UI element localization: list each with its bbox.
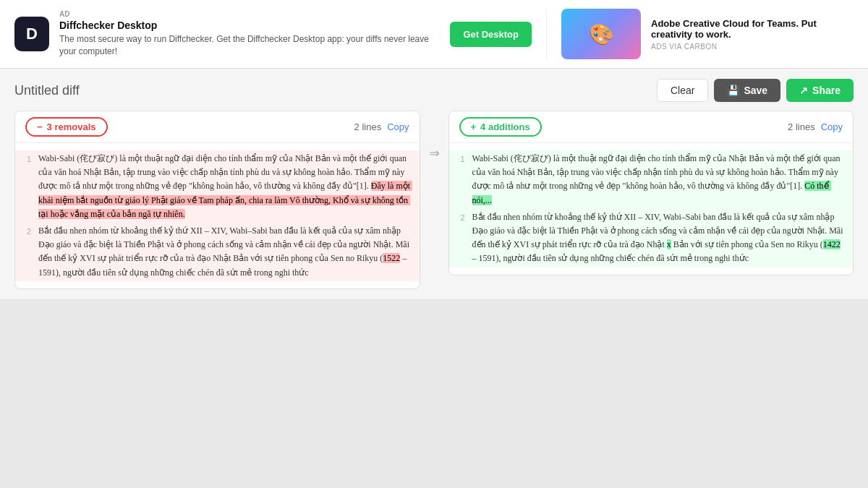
ad-badge: AD bbox=[59, 10, 440, 18]
right-line-number-1: 1 bbox=[449, 150, 469, 167]
right-line-number-2: 2 bbox=[449, 209, 469, 226]
share-button[interactable]: ↗ Share bbox=[786, 79, 854, 102]
right-diff-content: 1 Wabi-Sabi (侘び寂び) là một thuật ngữ đại … bbox=[449, 143, 854, 275]
arrow-right-icon: ⇒ bbox=[429, 145, 440, 161]
ad-right-title: Adobe Creative Cloud for Teams. Put crea… bbox=[651, 18, 854, 40]
ad-image: 🎨 bbox=[561, 9, 641, 59]
ad-bar: D AD Diffchecker Desktop The most secure… bbox=[0, 0, 868, 69]
left-line-1: 1 Wabi-Sabi (侘び寂び) là một thuật ngữ đại … bbox=[15, 150, 420, 223]
right-diff-panel: + 4 additions 2 lines Copy 1 Wabi-Sabi (… bbox=[448, 111, 854, 275]
ad-right: 🎨 Adobe Creative Cloud for Teams. Put cr… bbox=[546, 9, 854, 59]
removals-badge: − 3 removals bbox=[25, 117, 108, 137]
diffchecker-logo: D bbox=[14, 17, 49, 51]
save-button[interactable]: 💾 Save bbox=[714, 79, 780, 102]
left-line-2: 2 Bắt đầu nhen nhóm từ khoảng thế kỷ thứ… bbox=[15, 223, 420, 281]
ad-left: D AD Diffchecker Desktop The most secure… bbox=[14, 10, 532, 58]
right-line-2: 2 Bắt đầu nhen nhóm từ khoảng thế kỷ thứ… bbox=[449, 209, 854, 267]
right-line-2-content: Bắt đầu nhen nhóm từ khoảng thế kỷ thứ X… bbox=[469, 209, 854, 267]
get-desktop-button[interactable]: Get Desktop bbox=[450, 22, 532, 47]
clear-button[interactable]: Clear bbox=[657, 79, 708, 102]
save-icon: 💾 bbox=[727, 85, 739, 96]
left-copy-button[interactable]: Copy bbox=[387, 121, 409, 132]
main-area: Untitled diff Clear 💾 Save ↗ Share − 3 r… bbox=[0, 69, 868, 299]
right-line-1: 1 Wabi-Sabi (侘び寂び) là một thuật ngữ đại … bbox=[449, 150, 854, 209]
ad-right-text: Adobe Creative Cloud for Teams. Put crea… bbox=[651, 18, 854, 51]
toolbar-buttons: Clear 💾 Save ↗ Share bbox=[657, 79, 854, 102]
left-diff-panel: − 3 removals 2 lines Copy 1 Wabi-Sabi (侘… bbox=[14, 111, 420, 289]
minus-icon: − bbox=[37, 121, 43, 132]
toolbar: Untitled diff Clear 💾 Save ↗ Share bbox=[14, 79, 854, 102]
right-panel-header: + 4 additions 2 lines Copy bbox=[449, 111, 854, 143]
share-icon: ↗ bbox=[799, 85, 808, 96]
right-lines-copy: 2 lines Copy bbox=[788, 121, 843, 132]
left-diff-content: 1 Wabi-Sabi (侘び寂び) là một thuật ngữ đại … bbox=[15, 143, 420, 288]
line-number-2: 2 bbox=[15, 223, 35, 239]
diff-arrow: ⇒ bbox=[427, 145, 441, 161]
page-title: Untitled diff bbox=[14, 83, 80, 98]
ad-title: Diffchecker Desktop bbox=[59, 20, 440, 31]
ad-image-art: 🎨 bbox=[561, 9, 641, 59]
line-number-1: 1 bbox=[15, 150, 35, 167]
left-panel-header: − 3 removals 2 lines Copy bbox=[15, 111, 420, 143]
plus-icon: + bbox=[471, 121, 477, 132]
left-line-2-content: Bắt đầu nhen nhóm từ khoảng thế kỷ thứ X… bbox=[35, 223, 420, 281]
left-lines-copy: 2 lines Copy bbox=[354, 121, 409, 132]
left-line-1-content: Wabi-Sabi (侘び寂び) là một thuật ngữ đại di… bbox=[35, 150, 420, 223]
right-line-1-content: Wabi-Sabi (侘び寂び) là một thuật ngữ đại di… bbox=[469, 150, 854, 209]
right-copy-button[interactable]: Copy bbox=[821, 121, 843, 132]
ad-description: The most secure way to run Diffchecker. … bbox=[59, 33, 440, 58]
ad-left-text: AD Diffchecker Desktop The most secure w… bbox=[59, 10, 440, 58]
additions-badge: + 4 additions bbox=[459, 117, 542, 137]
ad-right-sub: ADS VIA CARBON bbox=[651, 43, 854, 51]
